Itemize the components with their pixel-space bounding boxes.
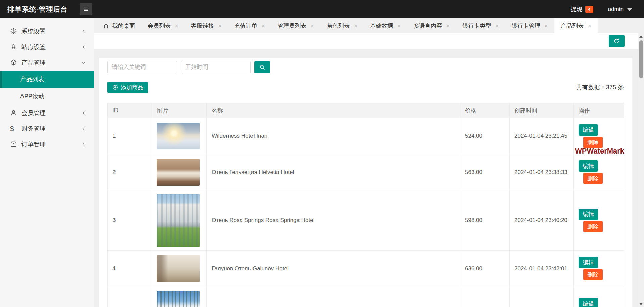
search-button[interactable] [254,61,270,73]
tab[interactable]: 多语言内容 × [407,18,456,33]
plus-circle-icon [112,84,118,90]
cell-name: Отель Гельвеция Helvetia Hotel [207,154,460,190]
sidebar-toggle-button[interactable] [80,3,92,15]
tab[interactable]: 基础数据 × [364,18,407,33]
chevron-left-icon [81,29,86,34]
tab-close-icon[interactable]: × [175,23,178,29]
sidebar-item[interactable]: APP滚动 [0,88,94,105]
sidebar-item-label: 会员管理 [21,109,46,117]
sidebar-item-label: 产品列表 [20,75,44,83]
tab-close-icon[interactable]: × [495,23,499,29]
cell-id: 1 [108,118,152,154]
edit-button[interactable]: 编辑 [579,257,598,268]
tab[interactable]: 充值订单 × [228,18,271,33]
refresh-button[interactable] [609,35,625,47]
sidebar-item[interactable]: 产品管理 [0,55,94,71]
tab[interactable]: 会员列表 × [141,18,185,33]
cell-id: 4 [108,251,152,287]
tab-label: 我的桌面 [112,22,135,30]
delete-button[interactable]: 删除 [583,221,603,232]
col-header-image: 图片 [152,103,207,118]
tab-close-icon[interactable]: × [354,23,357,29]
add-product-button[interactable]: 添加商品 [107,82,148,93]
refresh-icon [613,38,620,45]
site-icon [10,43,17,50]
scrollbar-thumb[interactable] [639,40,643,78]
table-header-row: ID 图片 名称 价格 创建时间 操作 [108,103,624,118]
cell-image [152,287,207,307]
delete-button[interactable]: 删除 [583,269,603,280]
sidebar: 系统设置 站点设置 产品管理 产品列表 [0,18,94,307]
sidebar-item-label: 财务管理 [21,125,46,133]
edit-button[interactable]: 编辑 [579,209,598,220]
tab-label: 角色列表 [327,22,350,30]
cell-name: Отель Rosa Springs Rosa Springs Hotel [207,190,460,251]
content-viewport: 添加商品 共有数据：375 条 ID 图片 名称 价格 创建时间 操作 [94,33,644,307]
withdraw-count-badge: 4 [585,6,593,13]
tab-close-icon[interactable]: × [588,23,591,29]
tab[interactable]: 产品列表 × [554,18,598,33]
keyword-input[interactable] [107,61,177,73]
cell-name: Галунов Отель Galunov Hotel [207,251,460,287]
sidebar-item[interactable]: $ 财务管理 [0,121,94,136]
cell-image [152,251,207,287]
scroll-down-arrow-icon[interactable] [639,303,643,305]
cell-actions: 编辑 删除 [574,190,624,251]
user-icon [10,109,17,116]
delete-button[interactable]: 删除 [583,137,603,148]
product-image [157,194,200,247]
delete-button[interactable]: 删除 [583,173,603,184]
col-header-created: 创建时间 [510,103,574,118]
scroll-up-arrow-icon[interactable] [639,35,643,38]
start-time-input[interactable] [181,61,251,73]
sidebar-item[interactable]: 站点设置 [0,39,94,55]
home-icon [103,23,109,29]
tab-close-icon[interactable]: × [544,23,548,29]
cell-created: 2024-01-04 23:21:45 [510,118,574,154]
tab[interactable]: 管理员列表 × [271,18,320,33]
main-area: 我的桌面 会员列表 × 客服链接 × 充值订单 × [94,18,644,307]
edit-button[interactable]: 编辑 [579,124,598,136]
tab-close-icon[interactable]: × [310,23,314,29]
sidebar-item-label: 订单管理 [21,140,46,148]
tab-close-icon[interactable]: × [446,23,450,29]
withdraw-link[interactable]: 提现 [571,5,582,13]
tab-label: 基础数据 [370,22,393,30]
cell-actions: 编辑 删除 [574,154,624,190]
tab-bar: 我的桌面 会员列表 × 客服链接 × 充值订单 × [94,18,644,33]
tab[interactable]: 角色列表 × [320,18,364,33]
products-table: ID 图片 名称 价格 创建时间 操作 1 [107,103,624,307]
tab-close-icon[interactable]: × [261,23,265,29]
vertical-scrollbar [638,33,644,307]
cell-image [152,154,207,190]
add-product-label: 添加商品 [121,84,143,91]
tab[interactable]: 客服链接 × [185,18,228,33]
cell-price: 598.00 [460,190,510,251]
content-card: 添加商品 共有数据：375 条 ID 图片 名称 价格 创建时间 操作 [99,58,632,307]
tab-label: 产品列表 [561,22,584,30]
tab[interactable]: 银行卡管理 × [505,18,554,33]
cell-image [152,118,207,154]
cell-created [510,287,574,307]
tab-close-icon[interactable]: × [218,23,222,29]
tab[interactable]: 银行卡类型 × [456,18,505,33]
sidebar-item[interactable]: 系统设置 [0,23,94,39]
col-header-name: 名称 [207,103,460,118]
sidebar-item[interactable]: 产品列表 [0,71,94,88]
tab-label: 管理员列表 [278,22,306,30]
tab-label: 银行卡类型 [463,22,491,30]
user-menu[interactable]: admin [608,6,624,13]
sidebar-item-label: APP滚动 [20,92,44,100]
chevron-down-icon [627,8,632,11]
tab-close-icon[interactable]: × [397,23,401,29]
tab-label: 会员列表 [148,22,171,30]
edit-button[interactable]: 编辑 [579,160,598,172]
sidebar-item[interactable]: 会员管理 [0,105,94,121]
gear-icon [10,28,17,35]
edit-button[interactable]: 编辑 [579,298,598,307]
sidebar-item[interactable]: 订单管理 [0,136,94,152]
table-row: 编辑 删除 [108,287,624,307]
cell-image [152,190,207,251]
topbar: 排单系统-管理后台 提现 4 admin [0,0,644,18]
tab[interactable]: 我的桌面 [97,18,141,33]
